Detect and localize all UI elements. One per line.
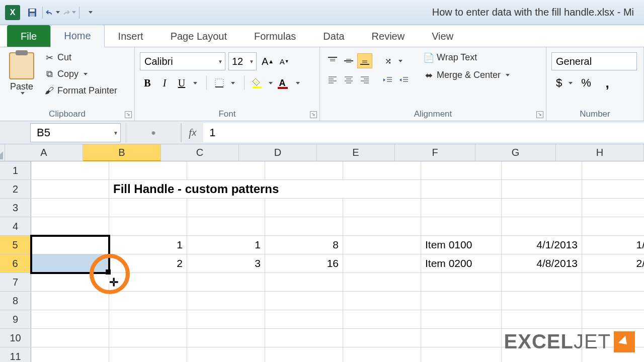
align-bottom-button[interactable] xyxy=(357,53,372,68)
cell-D7[interactable] xyxy=(265,273,343,292)
cell-G1[interactable] xyxy=(502,161,582,180)
number-format-select[interactable]: General xyxy=(551,52,637,70)
cell-C4[interactable] xyxy=(187,217,265,236)
cell-E7[interactable] xyxy=(343,273,421,292)
save-button[interactable] xyxy=(25,6,39,20)
cell-D10[interactable] xyxy=(265,329,343,347)
cell-C9[interactable] xyxy=(187,310,265,329)
cell-E10[interactable] xyxy=(343,329,421,347)
cell-E5[interactable] xyxy=(343,236,421,254)
cell-D1[interactable] xyxy=(265,161,343,180)
cell-H6[interactable]: 2/1/20 xyxy=(582,254,644,273)
cell-A9[interactable] xyxy=(31,310,109,329)
cell-B11[interactable] xyxy=(109,347,187,362)
cell-F1[interactable] xyxy=(421,161,502,180)
cell-D11[interactable] xyxy=(265,347,343,362)
cell-C8[interactable] xyxy=(187,292,265,310)
chevron-down-icon[interactable] xyxy=(269,82,273,84)
name-box[interactable]: B5▼ xyxy=(30,123,121,142)
column-header-B[interactable]: B xyxy=(83,144,161,161)
align-middle-button[interactable] xyxy=(341,53,356,68)
align-center-button[interactable] xyxy=(341,72,356,87)
cell-A2[interactable] xyxy=(31,180,109,199)
cell-H2[interactable] xyxy=(582,180,644,199)
tab-view[interactable]: View xyxy=(418,25,467,47)
borders-button[interactable] xyxy=(212,75,227,90)
cell-B6[interactable]: 2 xyxy=(109,254,187,273)
cell-C10[interactable] xyxy=(187,329,265,347)
cell-A11[interactable] xyxy=(31,347,109,362)
tab-formulas[interactable]: Formulas xyxy=(240,25,309,47)
cell-H1[interactable] xyxy=(582,161,644,180)
row-header-6[interactable]: 6 xyxy=(0,254,31,273)
cell-G8[interactable] xyxy=(502,292,582,310)
cell-F10[interactable] xyxy=(421,329,502,347)
cell-G5[interactable]: 4/1/2013 xyxy=(502,236,582,254)
cell-B5[interactable]: 1 xyxy=(109,236,187,254)
cell-H4[interactable] xyxy=(582,217,644,236)
cell-F8[interactable] xyxy=(421,292,502,310)
cell-A7[interactable] xyxy=(31,273,109,292)
cell-E6[interactable] xyxy=(343,254,421,273)
dialog-launcher-icon[interactable]: ↘ xyxy=(310,111,317,118)
cell-A8[interactable] xyxy=(31,292,109,310)
column-header-G[interactable]: G xyxy=(475,144,556,161)
cell-C6[interactable]: 3 xyxy=(187,254,265,273)
decrease-font-button[interactable]: A▼ xyxy=(277,54,292,69)
chevron-down-icon[interactable] xyxy=(296,82,300,84)
row-header-1[interactable]: 1 xyxy=(0,161,31,180)
cell-C3[interactable] xyxy=(187,199,265,217)
cell-H7[interactable] xyxy=(582,273,644,292)
cell-B9[interactable] xyxy=(109,310,187,329)
merge-center-button[interactable]: ⬌Merge & Center xyxy=(421,68,513,82)
column-header-F[interactable]: F xyxy=(395,144,475,161)
column-header-A[interactable]: A xyxy=(5,144,83,161)
cell-A3[interactable] xyxy=(31,199,109,217)
tab-page-layout[interactable]: Page Layout xyxy=(157,25,240,47)
cell-D5[interactable]: 8 xyxy=(265,236,343,254)
cell-E9[interactable] xyxy=(343,310,421,329)
row-header-4[interactable]: 4 xyxy=(0,217,31,236)
cell-F9[interactable] xyxy=(421,310,502,329)
chevron-down-icon[interactable] xyxy=(193,82,197,84)
align-right-button[interactable] xyxy=(357,72,372,87)
wrap-text-button[interactable]: 📄Wrap Text xyxy=(421,50,513,65)
tab-data[interactable]: Data xyxy=(309,25,358,47)
italic-button[interactable]: I xyxy=(157,75,172,90)
column-header-H[interactable]: H xyxy=(556,144,644,161)
cell-E4[interactable] xyxy=(343,217,421,236)
cell-B3[interactable] xyxy=(109,199,187,217)
undo-button[interactable] xyxy=(46,6,60,20)
orientation-button[interactable]: ⤮ xyxy=(380,53,395,68)
row-header-2[interactable]: 2 xyxy=(0,180,31,199)
cell-E3[interactable] xyxy=(343,199,421,217)
cell-E8[interactable] xyxy=(343,292,421,310)
cell-B8[interactable] xyxy=(109,292,187,310)
cell-F11[interactable] xyxy=(421,347,502,362)
cell-F5[interactable]: Item 0100 xyxy=(421,236,502,254)
cell-D4[interactable] xyxy=(265,217,343,236)
dialog-launcher-icon[interactable]: ↘ xyxy=(125,111,132,118)
cell-C7[interactable] xyxy=(187,273,265,292)
cell-H3[interactable] xyxy=(582,199,644,217)
cell-G2[interactable] xyxy=(502,180,582,199)
cell-H9[interactable] xyxy=(582,310,644,329)
qat-customize[interactable] xyxy=(83,6,97,20)
decrease-indent-button[interactable] xyxy=(380,72,395,87)
row-header-8[interactable]: 8 xyxy=(0,292,31,310)
cell-C1[interactable] xyxy=(187,161,265,180)
column-header-D[interactable]: D xyxy=(239,144,317,161)
chevron-down-icon[interactable] xyxy=(569,82,573,84)
cell-B10[interactable] xyxy=(109,329,187,347)
column-header-C[interactable]: C xyxy=(161,144,239,161)
font-size-select[interactable]: 12▼ xyxy=(228,52,257,70)
cell-A4[interactable] xyxy=(31,217,109,236)
comma-button[interactable]: , xyxy=(600,75,615,90)
cell-A10[interactable] xyxy=(31,329,109,347)
fill-color-button[interactable] xyxy=(250,75,265,90)
row-header-11[interactable]: 11 xyxy=(0,347,31,362)
cell-G6[interactable]: 4/8/2013 xyxy=(502,254,582,273)
cell-A1[interactable] xyxy=(31,161,109,180)
cell-A5[interactable] xyxy=(31,236,109,254)
column-header-E[interactable]: E xyxy=(317,144,395,161)
